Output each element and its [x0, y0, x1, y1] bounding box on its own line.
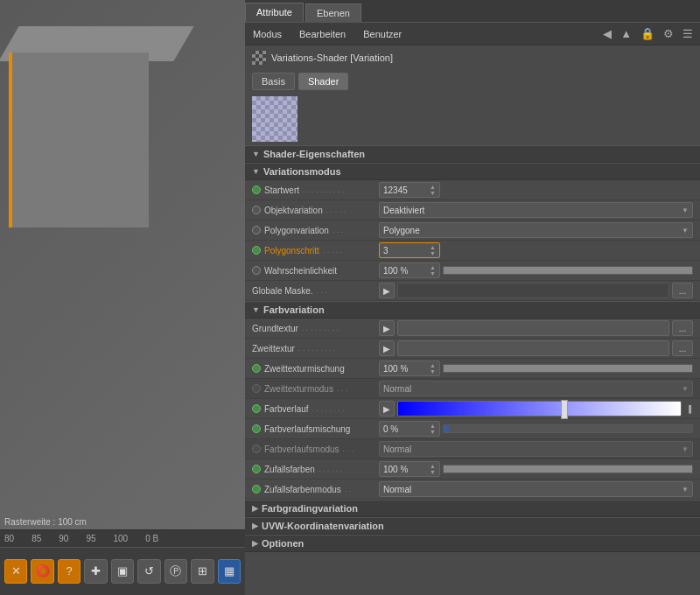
section-variationsmodus[interactable]: Variationsmodus — [245, 163, 700, 180]
wahrsch-field[interactable]: 100 % ▲▼ — [379, 262, 440, 278]
farbverlauf-label: Farbverlauf . . . . . . . . — [252, 404, 379, 414]
objektvariation-dropdown[interactable]: Deaktiviert ▼ — [379, 202, 693, 218]
cube-front-face — [9, 52, 149, 228]
help-button[interactable]: ? — [58, 559, 80, 584]
menu-modus[interactable]: Modus — [249, 27, 285, 41]
poly-dropdown-arrow: ▼ — [682, 227, 689, 234]
menu-bar: Modus Bearbeiten Benutzer ◀ ▲ 🔒 ⚙ ☰ — [245, 23, 700, 46]
uwv-label: UVW-Koordinatenvariation — [262, 521, 384, 531]
gradient-handle[interactable] — [561, 400, 568, 419]
zf-field[interactable]: 100 % ▲▼ — [379, 461, 440, 477]
section-farbgradingvariation[interactable]: Farbgradingvariation — [245, 500, 700, 517]
prop-wahrscheinlichkeit: Wahrscheinlichkeit 100 % ▲▼ — [245, 261, 700, 281]
zweittextur-btn[interactable]: ▶ — [379, 340, 395, 356]
zweittextur-dots-btn[interactable]: ... — [672, 340, 693, 356]
circle-button[interactable]: ⭕ — [31, 559, 53, 584]
ruler-80: 80 — [4, 534, 14, 543]
prop-zweittexturmischung: Zweittexturmischung 100 % ▲▼ — [245, 359, 700, 379]
zt-dots: . . . . . . . . . — [298, 344, 379, 353]
tab-shader[interactable]: Shader — [298, 73, 348, 90]
grundtextur-field[interactable] — [397, 320, 669, 336]
wahrsch-fill — [444, 267, 692, 274]
zweittexturmodus-control: Normal ▼ — [379, 381, 693, 396]
globale-maske-field[interactable] — [397, 283, 669, 298]
fv-radio[interactable] — [252, 404, 261, 413]
farbverlauf-gradient[interactable] — [397, 401, 682, 416]
polygonvariation-dropdown[interactable]: Polygone ▼ — [379, 222, 693, 238]
zf-fill — [444, 466, 692, 472]
startwert-control: 12345 ▲▼ — [379, 182, 693, 198]
farbverlauf-dots-btn[interactable]: ▐ — [684, 401, 693, 416]
add-button[interactable]: ✚ — [84, 559, 107, 584]
fvmodus-radio — [252, 444, 261, 453]
farbverlaufmodus-label: Farbverlaufsmodus . . . — [252, 444, 379, 454]
wahrscheinlichkeit-control: 100 % ▲▼ — [379, 262, 693, 278]
prop-farbverlaufmischung: Farbverlaufsmischung 0 % ▲▼ — [245, 419, 700, 439]
ztm-fill — [444, 365, 692, 372]
ztm-radio[interactable] — [252, 364, 261, 373]
shader-preview — [252, 96, 298, 142]
zf-radio[interactable] — [252, 465, 261, 473]
prop-zweittexturmodus: Zweittexturmodus . . . Normal ▼ — [245, 379, 700, 399]
fvm-field[interactable]: 0 % ▲▼ — [379, 421, 440, 437]
zf-slider[interactable] — [443, 465, 693, 473]
objektvariation-radio[interactable] — [252, 206, 261, 214]
ztm-slider[interactable] — [443, 364, 693, 373]
select-button[interactable]: ▣ — [111, 559, 134, 584]
nav-right-icon[interactable]: ▲ — [618, 26, 634, 41]
gm-dots: . . . — [316, 286, 379, 295]
globale-maske-btn[interactable]: ▶ — [379, 283, 395, 298]
zfm-radio[interactable] — [252, 485, 261, 494]
top-tabs: Attribute Ebenen — [245, 0, 700, 23]
viewport-3d[interactable] — [0, 0, 245, 529]
settings-icon[interactable]: ⚙ — [661, 26, 676, 41]
close-button[interactable]: ✕ — [4, 559, 27, 584]
polygonschritt-field[interactable]: 3 ▲▼ — [379, 242, 440, 258]
p-button[interactable]: Ⓟ — [164, 559, 187, 584]
section-optionen[interactable]: Optionen — [245, 535, 700, 552]
fvm-radio[interactable] — [252, 424, 261, 433]
menu-benutzer[interactable]: Benutzer — [360, 27, 405, 41]
section-farbvariation[interactable]: Farbvariation — [245, 301, 700, 318]
view-button[interactable]: ▦ — [218, 559, 241, 584]
more-icon[interactable]: ☰ — [680, 26, 696, 41]
farbverlaufmodus-dropdown[interactable]: Normal ▼ — [379, 441, 693, 457]
section-shader-eigenschaften[interactable]: Shader-Eigenschaften — [245, 145, 700, 163]
prop-farbverlaufmodus: Farbverlaufsmodus . . . Normal ▼ — [245, 439, 700, 459]
rotate-button[interactable]: ↺ — [137, 559, 160, 584]
polygonvariation-radio[interactable] — [252, 226, 261, 234]
fvm-fill — [444, 425, 449, 432]
fv-dots: . . . . . . . . — [312, 404, 379, 413]
nav-left-icon[interactable]: ◀ — [600, 26, 614, 41]
zweittexturmodus-dropdown[interactable]: Normal ▼ — [379, 381, 693, 396]
tab-attribute[interactable]: Attribute — [245, 3, 304, 22]
objektvariation-label: Objektvariation . . . . . — [252, 206, 379, 215]
zweittextur-field[interactable] — [397, 340, 669, 356]
fvm-slider[interactable] — [443, 424, 693, 433]
wahrsch-slider[interactable] — [443, 266, 693, 275]
menu-icons: ◀ ▲ 🔒 ⚙ ☰ — [600, 26, 696, 41]
grundtextur-btn[interactable]: ▶ — [379, 320, 395, 336]
menu-bearbeiten[interactable]: Bearbeiten — [296, 27, 349, 41]
shader-title: Variations-Shader [Variation] — [271, 52, 393, 63]
wahrsch-radio[interactable] — [252, 266, 261, 275]
properties-panel[interactable]: Shader-Eigenschaften Variationsmodus Sta… — [245, 145, 700, 595]
polygonvariation-control: Polygone ▼ — [379, 222, 693, 238]
ztm-field[interactable]: 100 % ▲▼ — [379, 360, 440, 376]
farbverlauf-btn[interactable]: ▶ — [379, 401, 395, 416]
tab-basis[interactable]: Basis — [252, 73, 295, 90]
tab-ebenen[interactable]: Ebenen — [305, 4, 361, 22]
startwert-field[interactable]: 12345 ▲▼ — [379, 182, 440, 198]
section-uwv[interactable]: UVW-Koordinatenvariation — [245, 517, 700, 535]
prop-zweittextur: Zweittextur . . . . . . . . . ▶ ... — [245, 339, 700, 359]
grid-button[interactable]: ⊞ — [191, 559, 214, 584]
poly-dots: . . . — [332, 226, 379, 234]
ztmodus-arrow: ▼ — [682, 385, 689, 393]
zweittexturmischung-label: Zweittexturmischung — [252, 364, 379, 374]
grundtextur-dots-btn[interactable]: ... — [672, 320, 693, 336]
zufallsfarbenmodus-dropdown[interactable]: Normal ▼ — [379, 481, 693, 497]
lock-icon[interactable]: 🔒 — [638, 26, 657, 41]
globale-maske-dots-btn[interactable]: ... — [672, 283, 693, 298]
polygonschritt-radio[interactable] — [252, 246, 261, 255]
startwert-radio[interactable] — [252, 186, 261, 194]
